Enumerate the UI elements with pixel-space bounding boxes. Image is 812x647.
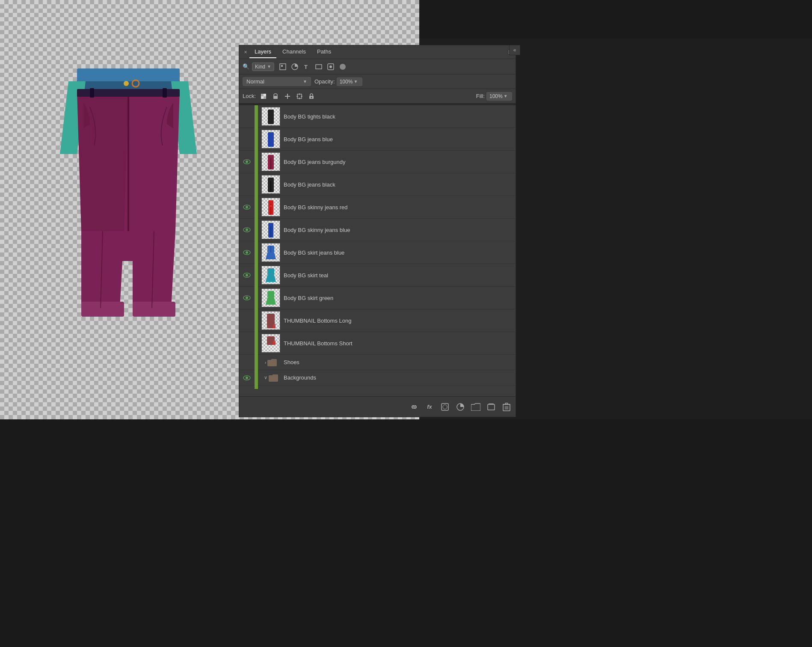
svg-point-72 xyxy=(246,377,248,379)
layer-visibility-toggle[interactable] xyxy=(239,309,255,332)
group-expand-icon[interactable]: › xyxy=(265,360,267,365)
add-mask-button[interactable] xyxy=(440,402,450,412)
eye-icon xyxy=(243,249,251,256)
svg-point-53 xyxy=(246,251,248,254)
lock-image-icon[interactable] xyxy=(271,92,280,101)
layer-row[interactable]: Body BG skinny jeans red xyxy=(239,196,516,219)
link-layers-button[interactable] xyxy=(409,402,419,412)
eye-icon xyxy=(243,158,251,166)
svg-rect-16 xyxy=(316,65,322,69)
folder-icon xyxy=(267,359,277,366)
layer-thumbnail xyxy=(261,220,280,239)
smart-object-filter-icon[interactable] xyxy=(326,62,335,71)
svg-rect-34 xyxy=(268,110,274,124)
fill-chevron-icon: ▼ xyxy=(504,94,508,98)
layer-visibility-toggle[interactable] xyxy=(239,151,255,173)
add-adjustment-button[interactable] xyxy=(456,402,465,412)
svg-rect-78 xyxy=(489,404,494,404)
tab-channels[interactable]: Channels xyxy=(277,46,311,58)
eye-icon xyxy=(243,203,251,211)
layer-thumbnail xyxy=(261,311,280,330)
close-button[interactable]: × xyxy=(243,49,249,55)
panel-header: × Layers Channels Paths ≡ xyxy=(239,45,516,59)
layer-visibility-toggle[interactable] xyxy=(239,173,255,196)
svg-rect-70 xyxy=(274,341,276,342)
layer-name: Body BG skirt jeans blue xyxy=(284,249,512,256)
fx-label: fx xyxy=(427,404,432,410)
tab-paths[interactable]: Paths xyxy=(312,46,336,58)
dark-bottom-area xyxy=(0,419,812,647)
svg-point-75 xyxy=(443,405,447,409)
layer-thumbnail xyxy=(261,175,280,194)
kind-filter-dropdown[interactable]: Kind ▼ xyxy=(252,62,274,71)
layer-row[interactable]: Body BG skinny jeans blue xyxy=(239,219,516,241)
type-layer-filter-icon[interactable]: T xyxy=(302,62,311,71)
blend-mode-dropdown[interactable]: Normal ▼ xyxy=(243,77,311,86)
layer-color-bar xyxy=(255,128,258,151)
svg-point-44 xyxy=(246,206,248,208)
svg-rect-6 xyxy=(90,88,94,98)
svg-rect-20 xyxy=(261,94,264,96)
svg-marker-64 xyxy=(266,298,276,305)
layer-row[interactable]: Body BG jeans black xyxy=(239,173,516,196)
pixel-layer-filter-icon[interactable] xyxy=(279,62,287,71)
create-layer-button[interactable] xyxy=(486,402,496,412)
layer-visibility-toggle[interactable] xyxy=(239,105,255,128)
layer-visibility-toggle[interactable] xyxy=(239,196,255,219)
lock-artboard-icon[interactable] xyxy=(295,92,304,101)
layer-color-bar xyxy=(255,241,258,264)
filter-bar: 🔍 Kind ▼ T xyxy=(239,59,516,74)
create-folder-button[interactable] xyxy=(471,402,480,412)
eye-icon xyxy=(243,226,251,234)
layer-visibility-toggle[interactable] xyxy=(239,128,255,151)
eye-icon xyxy=(243,271,251,279)
layer-visibility-toggle[interactable] xyxy=(239,287,255,309)
lock-all-icon[interactable] xyxy=(307,92,316,101)
adjustment-layer-filter-icon[interactable] xyxy=(290,62,299,71)
svg-rect-22 xyxy=(261,96,264,99)
svg-marker-60 xyxy=(266,275,276,282)
color-filter-icon[interactable] xyxy=(338,62,347,71)
tab-layers[interactable]: Layers xyxy=(249,46,276,58)
svg-rect-67 xyxy=(274,324,276,326)
group-row-shoes[interactable]: › Shoes xyxy=(239,355,516,370)
layer-name: Body BG jeans blue xyxy=(284,136,512,142)
layer-visibility-toggle[interactable] xyxy=(239,264,255,287)
layer-row[interactable]: Body BG jeans burgundy xyxy=(239,151,516,173)
layer-row[interactable]: THUMBNAIL Bottoms Long xyxy=(239,309,516,332)
layer-row[interactable]: THUMBNAIL Bottoms Short xyxy=(239,332,516,355)
group-collapse-icon[interactable]: ∨ xyxy=(264,375,267,380)
lock-position-icon[interactable] xyxy=(283,92,292,101)
layer-thumbnail xyxy=(261,130,280,148)
svg-point-8 xyxy=(124,81,129,86)
svg-rect-13 xyxy=(281,65,283,67)
layer-row[interactable]: Body BG skirt teal xyxy=(239,264,516,287)
layer-name: Body BG skirt green xyxy=(284,295,512,301)
eye-icon xyxy=(243,359,251,366)
fill-input[interactable]: 100% ▼ xyxy=(486,92,512,101)
panel-collapse-button[interactable]: « xyxy=(509,45,520,55)
layer-name: Body BG skinny jeans red xyxy=(284,204,512,211)
delete-layer-button[interactable] xyxy=(502,402,511,412)
search-icon: 🔍 xyxy=(243,63,249,70)
layer-color-bar xyxy=(255,366,258,389)
layer-row[interactable]: Body BG tights black xyxy=(239,105,516,128)
layer-visibility-toggle[interactable] xyxy=(239,241,255,264)
shape-layer-filter-icon[interactable] xyxy=(314,62,323,71)
opacity-input[interactable]: 100% ▼ xyxy=(337,77,362,86)
layer-row[interactable]: Body BG skirt jeans blue xyxy=(239,241,516,264)
layer-row[interactable]: Body BG jeans blue xyxy=(239,128,516,151)
layer-name: Body BG tights black xyxy=(284,113,512,120)
svg-rect-81 xyxy=(505,403,508,404)
layer-row[interactable]: Body BG skirt green xyxy=(239,287,516,309)
layer-fx-button[interactable]: fx xyxy=(425,402,434,412)
layer-visibility-toggle[interactable] xyxy=(239,366,255,389)
group-row-backgrounds[interactable]: ∨ Backgrounds xyxy=(239,370,516,386)
layer-name: Body BG skinny jeans blue xyxy=(284,227,512,233)
panel-tabs: Layers Channels Paths xyxy=(249,46,507,58)
svg-rect-24 xyxy=(273,96,278,99)
lock-transparent-icon[interactable] xyxy=(259,92,268,101)
layers-list[interactable]: Body BG tights black Body BG jeans blue xyxy=(239,105,516,396)
layer-visibility-toggle[interactable] xyxy=(239,219,255,241)
layer-thumbnail xyxy=(261,266,280,285)
